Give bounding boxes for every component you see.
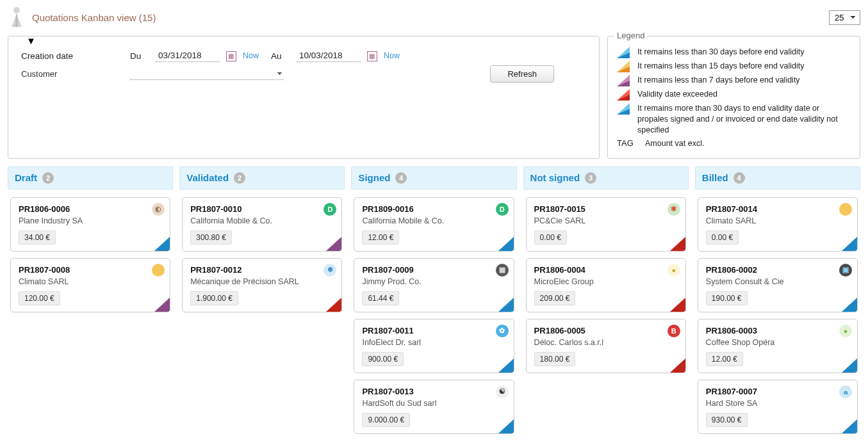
kanban-card[interactable]: PR1807-0008Climato SARL120.00 € — [10, 258, 170, 312]
card-amount: 300.80 € — [190, 230, 232, 245]
card-customer: California Mobile & Co. — [190, 216, 334, 225]
legend-text: It remains less than 30 days before end … — [637, 47, 805, 58]
card-ref: PR1807-0013 — [362, 387, 505, 396]
card-status-corner-icon — [842, 298, 857, 312]
calendar-icon[interactable]: ▦ — [367, 51, 377, 61]
kanban-card[interactable]: PR1807-0009Jimmy Prod. Co.61.44 €▦ — [354, 258, 514, 312]
column-count-badge: 4 — [395, 172, 407, 184]
legend-row: It remains less than 30 days before end … — [617, 47, 852, 58]
card-company-icon — [839, 203, 852, 216]
calendar-icon[interactable]: ▦ — [226, 51, 236, 61]
kanban-card[interactable]: PR1807-0015PC&Cie SARL0.00 €✱ — [526, 197, 686, 252]
card-status-corner-icon — [498, 237, 514, 251]
legend-text: It remains less than 15 days before end … — [637, 61, 805, 72]
now-to-link[interactable]: Now — [384, 51, 412, 60]
kanban-column: Billed4PR1807-0014Climato SARL0.00 €PR18… — [695, 166, 860, 434]
column-header[interactable]: Not signed3 — [523, 166, 689, 189]
card-customer: Déloc. Carlos s.a.r.l — [534, 338, 678, 347]
kanban-card[interactable]: PR1806-0004MicroElec Group209.00 €● — [526, 258, 686, 312]
card-company-icon: ▣ — [839, 264, 852, 277]
legend-row: It remains less than 15 days before end … — [617, 61, 852, 72]
column-count-badge: 2 — [234, 172, 245, 184]
column-header[interactable]: Draft2 — [8, 166, 173, 189]
card-company-icon: ● — [839, 325, 852, 337]
column-count-badge: 3 — [585, 172, 596, 184]
card-customer: MicroElec Group — [534, 277, 678, 286]
kanban-column: Not signed3PR1807-0015PC&Cie SARL0.00 €✱… — [523, 166, 689, 373]
card-status-corner-icon — [842, 358, 857, 373]
date-from-input[interactable] — [156, 49, 220, 62]
customer-select[interactable] — [130, 67, 284, 80]
column-title: Signed — [358, 172, 390, 183]
kanban-card[interactable]: PR1807-0007Hard Store SA930.00 €⍝ — [698, 380, 858, 434]
card-customer: Coffee Shop Opéra — [706, 338, 849, 347]
card-status-corner-icon — [154, 237, 170, 251]
card-status-corner-icon — [670, 358, 685, 373]
card-ref: PR1806-0004 — [534, 265, 678, 275]
kanban-card[interactable]: PR1807-0010California Mobile & Co.300.80… — [182, 197, 342, 252]
column-header[interactable]: Validated2 — [179, 166, 345, 189]
kanban-card[interactable]: PR1807-0014Climato SARL0.00 € — [698, 197, 858, 252]
filter-icon[interactable]: ▼ — [26, 35, 36, 46]
card-customer: Climato SARL — [19, 277, 162, 286]
column-count-badge: 4 — [733, 172, 745, 184]
card-amount: 12.00 € — [362, 230, 399, 245]
legend-panel: Legend It remains less than 30 days befo… — [607, 36, 860, 159]
card-company-icon: ☯ — [496, 385, 509, 398]
kanban-card[interactable]: PR1809-0016California Mobile & Co.12.00 … — [354, 197, 514, 252]
legend-text: Validity date exceeded — [637, 89, 717, 100]
kanban-card[interactable]: PR1807-0012Mécanique de Précision SARL1.… — [182, 258, 342, 312]
kanban-card[interactable]: PR1806-0002System Consult & Cie190.00 €▣ — [698, 258, 858, 312]
card-ref: PR1806-0003 — [706, 326, 849, 335]
column-title: Validated — [186, 172, 229, 183]
column-header[interactable]: Signed4 — [351, 166, 516, 189]
kanban-card[interactable]: PR1807-0011InfoElect Dr. sarl900.00 €✿ — [354, 319, 514, 373]
card-customer: InfoElect Dr. sarl — [362, 338, 505, 347]
card-ref: PR1807-0010 — [190, 204, 334, 214]
creation-date-label: Creation date — [21, 51, 130, 61]
kanban-card[interactable]: PR1807-0013HardSoft du Sud sarl9.000.00 … — [354, 380, 514, 434]
card-company-icon: ✿ — [496, 325, 509, 337]
module-icon — [8, 5, 26, 29]
refresh-button[interactable]: Refresh — [490, 65, 554, 83]
column-count-badge: 2 — [42, 172, 54, 184]
card-list: PR1807-0015PC&Cie SARL0.00 €✱PR1806-0004… — [523, 197, 689, 373]
date-to-input[interactable] — [297, 49, 361, 62]
card-company-icon: ⍝ — [839, 385, 852, 398]
card-status-corner-icon — [326, 298, 341, 312]
card-ref: PR1807-0009 — [362, 265, 505, 275]
card-company-icon: ✱ — [667, 203, 680, 216]
legend-swatch-icon — [617, 103, 630, 115]
legend-swatch-icon — [617, 47, 630, 58]
card-customer: PC&Cie SARL — [534, 216, 678, 225]
card-status-corner-icon — [842, 237, 857, 251]
card-amount: 120.00 € — [19, 291, 60, 305]
card-amount: 0.00 € — [534, 230, 567, 245]
card-amount: 61.44 € — [362, 291, 399, 305]
card-ref: PR1807-0008 — [19, 265, 162, 275]
kanban-column: Draft2PR1806-0006Plane Industry SA34.00 … — [8, 166, 173, 312]
now-from-link[interactable]: Now — [243, 51, 271, 60]
card-company-icon: D — [496, 203, 509, 216]
legend-swatch-icon — [617, 89, 630, 101]
kanban-card[interactable]: PR1806-0005Déloc. Carlos s.a.r.l180.00 €… — [526, 319, 686, 373]
card-amount: 12.00 € — [706, 352, 743, 366]
card-ref: PR1807-0015 — [534, 204, 678, 214]
card-customer: Hard Store SA — [706, 399, 849, 408]
column-header[interactable]: Billed4 — [695, 166, 860, 189]
card-amount: 1.900.00 € — [190, 291, 238, 305]
kanban-card[interactable]: PR1806-0003Coffee Shop Opéra12.00 €● — [698, 319, 858, 373]
card-status-corner-icon — [326, 237, 341, 251]
card-customer: HardSoft du Sud sarl — [362, 399, 505, 408]
card-ref: PR1806-0002 — [706, 265, 849, 275]
card-list: PR1807-0014Climato SARL0.00 €PR1806-0002… — [695, 197, 860, 434]
card-amount: 900.00 € — [362, 352, 404, 366]
card-company-icon: B — [667, 325, 680, 337]
legend-tag-text: Amount vat excl. — [645, 138, 704, 149]
card-amount: 9.000.00 € — [362, 413, 410, 427]
kanban-card[interactable]: PR1806-0006Plane Industry SA34.00 €◐ — [10, 197, 170, 252]
legend-text: It remains more than 30 days to end vali… — [637, 103, 852, 136]
page-size-select[interactable]: 25 — [829, 10, 860, 25]
page-title: Quotations Kanban view (15) — [32, 12, 823, 23]
card-ref: PR1809-0016 — [362, 204, 505, 214]
